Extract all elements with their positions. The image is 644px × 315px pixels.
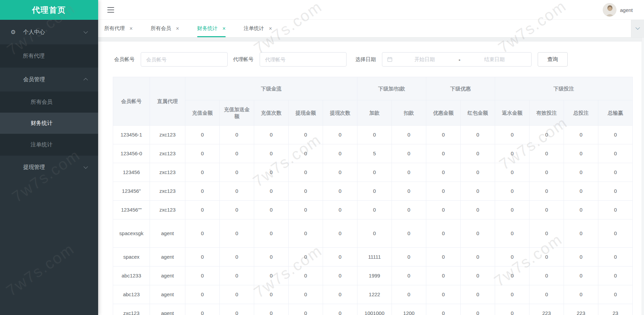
table-head: 会员帐号直属代理下级金流下级加/扣款下级优惠下级投注充值金额充值加送金额充值次数… [113, 77, 633, 126]
date-separator: - [457, 57, 462, 62]
cell-value: 0 [185, 144, 220, 163]
chevron-down-icon [83, 164, 88, 169]
cell-direct-agent: zxc123 [150, 201, 185, 219]
cell-value: 0 [461, 267, 495, 285]
tab-finance-stats[interactable]: 财务统计× [197, 20, 226, 37]
user-avatar [603, 3, 616, 17]
sidebar-item-finance-stats[interactable]: 财务统计 [0, 113, 98, 134]
group-header: 下级投注 [495, 77, 633, 100]
sidebar-item-all-members[interactable]: 所有会员 [0, 91, 98, 113]
table-row: spacexagent00000111110000000 [113, 248, 633, 267]
header-row-groups: 会员帐号直属代理下级金流下级加/扣款下级优惠下级投注 [113, 77, 633, 100]
cell-value: 0 [323, 182, 357, 201]
cell-value: 0 [495, 267, 530, 285]
tab-close-icon[interactable]: × [176, 26, 179, 31]
sidebar-item-withdrawal-management[interactable]: 提现管理 [0, 156, 98, 179]
tab-all-members[interactable]: 所有会员× [151, 20, 179, 37]
hamburger-menu-icon[interactable] [107, 7, 114, 13]
tab-label: 财务统计 [197, 25, 218, 32]
cell-member-account: spacexsgk [113, 219, 150, 248]
cell-value: 0 [289, 182, 323, 201]
cell-value: 0 [289, 201, 323, 219]
sidebar-item-label: 所有会员 [31, 99, 52, 106]
cell-value: 0 [220, 248, 254, 267]
column-header: 总输赢 [598, 100, 633, 126]
table-row: 123456zxc1230000000000000 [113, 163, 633, 182]
date-range-picker[interactable]: 开始日期 - 结束日期 [382, 52, 532, 67]
column-header: 红包金额 [461, 100, 495, 126]
cell-value: 0 [426, 219, 461, 248]
column-header: 充值次数 [254, 100, 289, 126]
table-row: abc123agent0000012220000000 [113, 285, 633, 304]
cell-value: 0 [220, 126, 254, 144]
cell-value: 11111 [357, 248, 392, 267]
table-row: abc1233agent0000019990000000 [113, 267, 633, 285]
cell-value: 0 [598, 182, 633, 201]
cell-value: 0 [461, 285, 495, 304]
gear-icon: ⚙ [11, 29, 16, 35]
cell-value: 0 [323, 126, 357, 144]
cell-value: 0 [357, 201, 392, 219]
cell-value: 0 [598, 267, 633, 285]
column-header: 优惠金额 [426, 100, 461, 126]
date-end-placeholder[interactable]: 结束日期 [462, 56, 526, 63]
cell-value: 0 [495, 163, 530, 182]
chevron-up-icon [83, 78, 88, 82]
sidebar-item-personal-center[interactable]: ⚙个人中心 [0, 20, 98, 44]
cell-value: 0 [392, 267, 426, 285]
cell-value: 0 [426, 304, 461, 315]
tab-close-icon[interactable]: × [223, 26, 226, 31]
cell-value: 0 [495, 126, 530, 144]
cell-value: 0 [598, 285, 633, 304]
cell-value: 0 [564, 201, 598, 219]
table-row: 123456-0zxc1230000050000000 [113, 144, 633, 163]
query-button[interactable]: 查询 [538, 52, 568, 67]
column-header: 加款 [357, 100, 392, 126]
cell-value: 0 [185, 285, 220, 304]
cell-value: 0 [185, 163, 220, 182]
sidebar-item-label: 会员管理 [23, 76, 45, 83]
cell-value: 0 [254, 219, 289, 248]
cell-value: 0 [495, 248, 530, 267]
user-menu[interactable]: agent [603, 0, 633, 20]
cell-value: 0 [426, 144, 461, 163]
cell-direct-agent: zxc123 [150, 163, 185, 182]
tab-close-icon[interactable]: × [129, 26, 133, 31]
cell-value: 0 [185, 248, 220, 267]
cell-value: 0 [461, 163, 495, 182]
tab-bar: 所有代理×所有会员×财务统计×注单统计× [98, 20, 644, 38]
tab-all-agents[interactable]: 所有代理× [104, 20, 133, 37]
tab-label: 所有代理 [104, 25, 125, 32]
sidebar-menu: ⚙个人中心所有代理会员管理所有会员财务统计注单统计提现管理 [0, 20, 98, 179]
sidebar-item-member-management[interactable]: 会员管理 [0, 68, 98, 91]
sidebar-item-all-agents[interactable]: 所有代理 [0, 44, 98, 68]
cell-value: 0 [220, 285, 254, 304]
cell-value: 0 [495, 285, 530, 304]
cell-direct-agent: zxc123 [150, 126, 185, 144]
cell-value: 0 [323, 248, 357, 267]
cell-value: 0 [530, 201, 564, 219]
group-header: 下级加/扣款 [357, 77, 426, 100]
cell-value: 0 [495, 182, 530, 201]
tab-overflow-button[interactable] [631, 20, 644, 37]
member-account-input[interactable] [141, 52, 228, 67]
vertical-scrollbar[interactable] [642, 38, 644, 315]
tab-close-icon[interactable]: × [269, 26, 272, 31]
agent-account-input[interactable] [260, 52, 347, 67]
cell-value: 0 [598, 219, 633, 248]
cell-value: 0 [392, 163, 426, 182]
content-top-band [98, 38, 644, 42]
sidebar-item-bet-stats[interactable]: 注单统计 [0, 134, 98, 156]
group-header: 下级优惠 [426, 77, 495, 100]
sidebar-item-label: 提现管理 [23, 164, 45, 171]
date-start-placeholder[interactable]: 开始日期 [393, 56, 457, 63]
cell-value: 0 [495, 304, 530, 315]
cell-member-account: abc123 [113, 285, 150, 304]
cell-value: 0 [495, 144, 530, 163]
cell-value: 0 [254, 144, 289, 163]
cell-value: 0 [426, 285, 461, 304]
column-header: 提现金额 [289, 100, 323, 126]
cell-value: 0 [323, 267, 357, 285]
tab-bet-stats[interactable]: 注单统计× [244, 20, 272, 37]
cell-value: 0 [564, 144, 598, 163]
